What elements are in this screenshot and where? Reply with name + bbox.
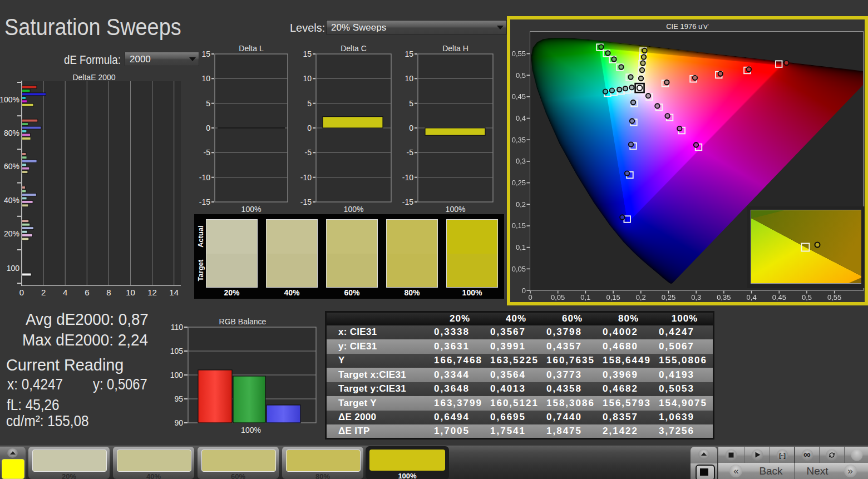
svg-text:Delta H: Delta H xyxy=(442,44,468,53)
svg-text:-10: -10 xyxy=(199,173,210,182)
svg-text:0,05: 0,05 xyxy=(512,265,526,273)
svg-text:100%: 100% xyxy=(446,205,466,214)
svg-text:0,25: 0,25 xyxy=(662,293,675,302)
svg-text:-5: -5 xyxy=(204,148,211,157)
svg-text:0,45: 0,45 xyxy=(512,92,526,101)
svg-text:0: 0 xyxy=(206,124,210,132)
svg-text:0: 0 xyxy=(409,124,413,132)
svg-text:-10: -10 xyxy=(300,173,312,182)
svg-text:0: 0 xyxy=(528,293,532,302)
svg-text:0,4: 0,4 xyxy=(516,114,526,122)
svg-text:60%: 60% xyxy=(4,162,19,171)
svg-text:100%: 100% xyxy=(241,205,262,214)
svg-text:0,1: 0,1 xyxy=(516,243,526,251)
svg-text:100%: 100% xyxy=(0,95,19,104)
svg-text:15: 15 xyxy=(405,50,413,58)
svg-text:-15: -15 xyxy=(300,197,312,206)
svg-text:100: 100 xyxy=(7,264,20,273)
svg-text:0,55: 0,55 xyxy=(827,293,841,302)
svg-text:4: 4 xyxy=(63,288,67,297)
svg-text:RGB Balance: RGB Balance xyxy=(219,317,267,326)
svg-text:10: 10 xyxy=(303,74,312,83)
svg-text:100: 100 xyxy=(170,371,184,379)
svg-text:10: 10 xyxy=(126,288,135,297)
svg-text:Delta L: Delta L xyxy=(239,44,264,53)
svg-text:0,4: 0,4 xyxy=(747,293,757,302)
svg-text:10: 10 xyxy=(201,74,210,83)
svg-text:0,3: 0,3 xyxy=(691,293,701,302)
svg-text:0: 0 xyxy=(522,287,526,295)
svg-text:105: 105 xyxy=(170,347,184,355)
svg-text:12: 12 xyxy=(147,288,157,297)
svg-text:100%: 100% xyxy=(344,205,364,214)
svg-text:-5: -5 xyxy=(305,148,312,157)
svg-text:80%: 80% xyxy=(4,129,19,137)
svg-text:-15: -15 xyxy=(402,197,413,206)
svg-text:0: 0 xyxy=(19,288,24,297)
svg-text:0,35: 0,35 xyxy=(717,293,731,302)
svg-text:95: 95 xyxy=(174,394,183,403)
svg-text:0,05: 0,05 xyxy=(551,293,565,302)
svg-text:0,1: 0,1 xyxy=(580,293,590,302)
svg-text:15: 15 xyxy=(201,50,210,58)
svg-text:10: 10 xyxy=(405,74,413,83)
svg-text:0,55: 0,55 xyxy=(512,50,526,58)
svg-text:6: 6 xyxy=(85,288,89,297)
svg-text:5: 5 xyxy=(206,99,210,108)
svg-text:DeltaE 2000: DeltaE 2000 xyxy=(72,73,115,82)
svg-text:0,5: 0,5 xyxy=(516,71,526,80)
svg-text:5: 5 xyxy=(409,99,413,108)
svg-text:14: 14 xyxy=(169,288,179,297)
svg-text:40%: 40% xyxy=(4,196,19,205)
svg-text:0,3: 0,3 xyxy=(516,157,526,165)
svg-text:0,15: 0,15 xyxy=(606,293,620,302)
svg-text:-15: -15 xyxy=(199,197,210,206)
svg-text:Delta C: Delta C xyxy=(341,44,367,53)
svg-text:20%: 20% xyxy=(4,229,19,238)
svg-text:90: 90 xyxy=(174,418,183,427)
svg-text:100%: 100% xyxy=(241,426,261,434)
svg-text:-5: -5 xyxy=(407,148,414,157)
svg-text:0,25: 0,25 xyxy=(512,179,526,187)
svg-text:2: 2 xyxy=(41,288,46,297)
svg-text:0,2: 0,2 xyxy=(636,293,646,302)
svg-text:15: 15 xyxy=(303,50,312,58)
svg-text:5: 5 xyxy=(307,99,312,108)
svg-text:0: 0 xyxy=(307,124,312,132)
svg-text:0,35: 0,35 xyxy=(512,136,526,144)
svg-text:0,2: 0,2 xyxy=(516,200,526,209)
svg-text:-10: -10 xyxy=(402,173,413,182)
svg-text:110: 110 xyxy=(171,323,184,332)
svg-text:8: 8 xyxy=(106,288,111,297)
svg-text:0,15: 0,15 xyxy=(512,221,526,230)
svg-text:0,5: 0,5 xyxy=(802,293,812,302)
svg-text:0,45: 0,45 xyxy=(772,293,786,302)
